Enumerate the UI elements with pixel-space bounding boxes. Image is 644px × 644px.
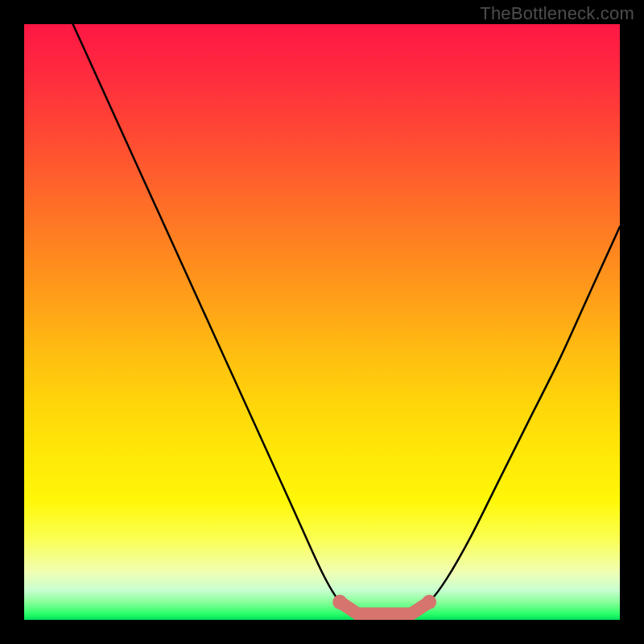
chart-frame: TheBottleneck.com <box>0 0 644 644</box>
curve-group <box>24 24 620 615</box>
watermark-text: TheBottleneck.com <box>480 3 634 24</box>
bottleneck-chart <box>24 24 620 620</box>
bottleneck-curve-line <box>24 24 620 615</box>
optimal-range-end-dot <box>422 595 436 609</box>
plot-area <box>24 24 620 620</box>
optimal-range-blob <box>340 602 429 614</box>
optimal-range-markers <box>332 595 436 614</box>
optimal-range-end-dot <box>332 595 347 609</box>
